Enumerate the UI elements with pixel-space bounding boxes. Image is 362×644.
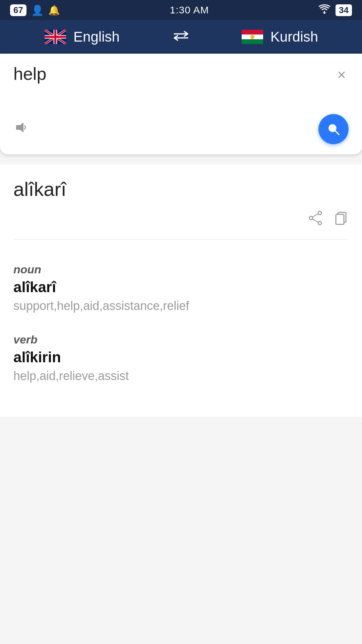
- speaker-button[interactable]: [13, 120, 29, 139]
- search-button[interactable]: [318, 114, 349, 144]
- source-language-selector[interactable]: English: [0, 29, 164, 45]
- dict-synonyms-noun: support,help,aid,assistance,relief: [13, 299, 349, 313]
- clear-button[interactable]: ×: [335, 64, 349, 86]
- dict-synonyms-verb: help,aid,relieve,assist: [13, 369, 349, 383]
- battery-level: 34: [336, 4, 352, 16]
- kurdish-flag-icon: [242, 30, 263, 44]
- status-time: 1:30 AM: [170, 4, 209, 16]
- dict-word-noun: alîkarî: [13, 279, 349, 296]
- notification-count: 67: [10, 4, 26, 16]
- svg-line-9: [335, 130, 339, 135]
- search-input-text[interactable]: help: [13, 64, 335, 84]
- wifi-icon: [319, 4, 330, 16]
- svg-point-12: [309, 216, 313, 220]
- dict-word-verb: alîkirin: [13, 349, 349, 366]
- status-right: 34: [319, 4, 352, 16]
- copy-button[interactable]: [333, 210, 349, 229]
- target-language-selector[interactable]: Kurdish: [198, 29, 362, 45]
- contacts-icon: 👤: [31, 4, 44, 16]
- svg-point-11: [318, 221, 321, 225]
- translation-actions: [13, 210, 349, 239]
- translation-card: alîkarî: [0, 164, 362, 250]
- status-bar: 67 👤 🔔 1:30 AM 34: [0, 0, 362, 20]
- status-left: 67 👤 🔔: [10, 4, 60, 16]
- svg-rect-2: [242, 30, 263, 35]
- notification-icon: 🔔: [48, 5, 60, 16]
- input-card: help ×: [0, 54, 362, 154]
- svg-point-6: [251, 35, 254, 39]
- uk-flag-icon: [45, 30, 66, 44]
- svg-rect-16: [336, 214, 344, 224]
- dict-pos-noun: noun: [13, 263, 349, 276]
- input-area: help ×: [13, 64, 349, 104]
- language-header: English Kurdish: [0, 20, 362, 54]
- svg-point-10: [318, 211, 321, 215]
- svg-marker-7: [16, 122, 23, 132]
- translation-text: alîkarî: [13, 178, 349, 200]
- input-actions: [13, 114, 349, 144]
- dictionary-section: noun alîkarî support,help,aid,assistance…: [0, 250, 362, 417]
- source-language-label: English: [73, 29, 120, 45]
- svg-rect-4: [242, 39, 263, 44]
- svg-point-0: [323, 12, 325, 14]
- svg-line-14: [312, 219, 318, 222]
- swap-languages-button[interactable]: [164, 29, 198, 45]
- target-language-label: Kurdish: [270, 29, 318, 45]
- dict-entry-verb: verb alîkirin help,aid,relieve,assist: [13, 333, 349, 383]
- share-button[interactable]: [308, 210, 323, 229]
- svg-line-13: [312, 214, 318, 217]
- dict-entry-noun: noun alîkarî support,help,aid,assistance…: [13, 263, 349, 313]
- dict-pos-verb: verb: [13, 333, 349, 346]
